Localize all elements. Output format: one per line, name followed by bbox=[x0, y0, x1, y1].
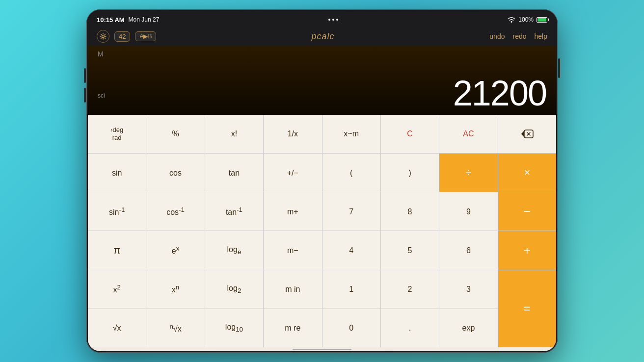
x-to-m-button[interactable]: x~m bbox=[322, 115, 380, 153]
app-title: pcalc bbox=[311, 31, 334, 42]
volume-up-button[interactable] bbox=[84, 68, 86, 83]
status-dots bbox=[328, 19, 338, 21]
pi-button[interactable]: π bbox=[88, 231, 146, 269]
x-to-n-button[interactable]: xn bbox=[146, 270, 204, 309]
settings-button[interactable] bbox=[97, 30, 109, 43]
display-value: 21200 bbox=[98, 76, 546, 111]
arccos-button[interactable]: cos-1 bbox=[146, 192, 204, 231]
exp-button[interactable]: exp bbox=[439, 309, 497, 347]
four-button[interactable]: 4 bbox=[322, 231, 380, 269]
one-button[interactable]: 1 bbox=[322, 270, 380, 309]
dot3 bbox=[336, 19, 338, 21]
x-squared-button[interactable]: x2 bbox=[88, 270, 146, 309]
gear-icon bbox=[100, 33, 107, 40]
five-button[interactable]: 5 bbox=[381, 231, 439, 269]
backspace-button[interactable] bbox=[498, 115, 556, 153]
undo-button[interactable]: undo bbox=[489, 32, 505, 40]
arctan-button[interactable]: tan-1 bbox=[205, 192, 263, 231]
status-time: 10:15 AM bbox=[97, 16, 125, 24]
ac-button[interactable]: AC bbox=[439, 115, 497, 153]
backspace-icon bbox=[520, 129, 534, 139]
ipad-frame: 10:15 AM Mon Jun 27 100% bbox=[86, 9, 558, 353]
c-button[interactable]: C bbox=[381, 115, 439, 153]
toolbar: 42 A▶B pcalc undo redo help bbox=[88, 26, 556, 46]
conversion-button[interactable]: A▶B bbox=[135, 31, 156, 41]
memory-indicator: M bbox=[98, 50, 104, 58]
badge-button[interactable]: 42 bbox=[114, 31, 130, 42]
status-date: Mon Jun 27 bbox=[129, 16, 160, 23]
ipad-screen: 10:15 AM Mon Jun 27 100% bbox=[88, 11, 556, 351]
zero-button[interactable]: 0 bbox=[322, 309, 380, 347]
m-re-button[interactable]: m re bbox=[264, 309, 322, 347]
power-button[interactable] bbox=[558, 58, 560, 78]
toolbar-left: 42 A▶B bbox=[97, 30, 156, 43]
nine-button[interactable]: 9 bbox=[439, 192, 497, 231]
battery-percent: 100% bbox=[518, 16, 534, 23]
exp-e-button[interactable]: ex bbox=[146, 231, 204, 269]
nth-root-button[interactable]: n√x bbox=[146, 309, 204, 347]
minus-button[interactable]: − bbox=[498, 192, 556, 231]
divide-button[interactable]: ÷ bbox=[439, 154, 497, 192]
close-paren-button[interactable]: ) bbox=[381, 154, 439, 192]
tan-button[interactable]: tan bbox=[205, 154, 263, 192]
m-plus-button[interactable]: m+ bbox=[264, 192, 322, 231]
calculator-grid: ›deg rad % x! 1/x x~m C AC bbox=[88, 115, 556, 347]
two-button[interactable]: 2 bbox=[381, 270, 439, 309]
ln-button[interactable]: loge bbox=[205, 231, 263, 269]
sin-button[interactable]: sin bbox=[88, 154, 146, 192]
home-indicator bbox=[88, 347, 556, 351]
multiply-button[interactable]: × bbox=[498, 154, 556, 192]
svg-point-0 bbox=[102, 35, 105, 38]
status-right: 100% bbox=[508, 16, 547, 23]
wifi-icon bbox=[508, 17, 515, 23]
m-in-button[interactable]: m in bbox=[264, 270, 322, 309]
plus-button[interactable]: + bbox=[498, 231, 556, 269]
dot2 bbox=[332, 19, 334, 21]
open-paren-button[interactable]: ( bbox=[322, 154, 380, 192]
sqrt-button[interactable]: √x bbox=[88, 309, 146, 347]
decimal-button[interactable]: . bbox=[381, 309, 439, 347]
display: M sci 21200 bbox=[88, 46, 556, 115]
factorial-button[interactable]: x! bbox=[205, 115, 263, 153]
status-bar: 10:15 AM Mon Jun 27 100% bbox=[88, 11, 556, 26]
sci-label: sci bbox=[98, 92, 105, 99]
cos-button[interactable]: cos bbox=[146, 154, 204, 192]
redo-button[interactable]: redo bbox=[512, 32, 526, 40]
six-button[interactable]: 6 bbox=[439, 231, 497, 269]
equals-button-right[interactable]: = bbox=[498, 270, 556, 347]
three-button[interactable]: 3 bbox=[439, 270, 497, 309]
status-left: 10:15 AM Mon Jun 27 bbox=[97, 16, 159, 24]
home-bar bbox=[293, 349, 351, 350]
percent-button[interactable]: % bbox=[146, 115, 204, 153]
plus-minus-button[interactable]: +/− bbox=[264, 154, 322, 192]
help-button[interactable]: help bbox=[535, 32, 547, 40]
m-minus-button[interactable]: m− bbox=[264, 231, 322, 269]
seven-button[interactable]: 7 bbox=[322, 192, 380, 231]
eight-button[interactable]: 8 bbox=[381, 192, 439, 231]
log2-button[interactable]: log2 bbox=[205, 270, 263, 309]
toolbar-right: undo redo help bbox=[489, 32, 547, 40]
reciprocal-button[interactable]: 1/x bbox=[264, 115, 322, 153]
log10-button[interactable]: log10 bbox=[205, 309, 263, 347]
deg-rad-button[interactable]: ›deg rad bbox=[88, 115, 146, 153]
dot1 bbox=[328, 19, 330, 21]
volume-down-button[interactable] bbox=[84, 88, 86, 103]
battery-fill bbox=[537, 18, 546, 22]
battery-icon bbox=[537, 17, 547, 23]
arcsin-button[interactable]: sin-1 bbox=[88, 192, 146, 231]
